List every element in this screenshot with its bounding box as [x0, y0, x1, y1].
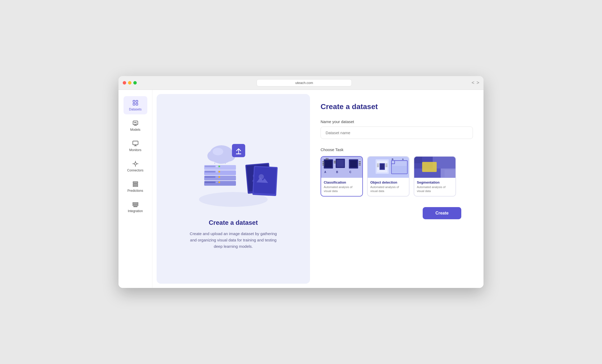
svg-text:C: C — [349, 171, 351, 174]
svg-rect-59 — [350, 160, 357, 167]
classification-desc: Automated analysis of visual data — [324, 185, 360, 193]
name-label: Name your dataset — [321, 119, 473, 124]
object-detection-card-info: Object detection Automated analysis of v… — [368, 178, 409, 196]
svg-rect-23 — [205, 171, 215, 172]
back-button[interactable]: < — [472, 80, 475, 86]
svg-rect-75 — [385, 165, 387, 166]
sidebar-item-models[interactable]: Models — [124, 116, 147, 135]
svg-rect-72 — [377, 165, 379, 166]
svg-rect-57 — [334, 162, 336, 163]
left-panel: Create a dataset Create and upload an im… — [157, 94, 310, 284]
traffic-lights — [123, 81, 137, 85]
svg-rect-88 — [414, 157, 422, 163]
sidebar-item-integration[interactable]: Integration — [124, 198, 147, 216]
sidebar-item-predictions[interactable]: Predictions — [124, 178, 147, 196]
forward-button[interactable]: > — [476, 80, 479, 86]
svg-rect-49 — [322, 161, 325, 162]
svg-rect-52 — [326, 158, 327, 160]
svg-rect-17 — [218, 181, 220, 183]
svg-rect-7 — [133, 182, 138, 183]
svg-rect-12 — [134, 206, 137, 207]
svg-rect-21 — [218, 176, 220, 178]
panel-title: Create a dataset — [209, 219, 258, 226]
maximize-button[interactable] — [133, 81, 137, 85]
integration-label: Integration — [128, 209, 143, 213]
svg-rect-3 — [136, 103, 138, 105]
connectors-label: Connectors — [127, 169, 143, 172]
svg-rect-62 — [359, 165, 361, 165]
svg-rect-0 — [133, 100, 135, 102]
models-label: Models — [130, 128, 140, 132]
svg-rect-70 — [380, 164, 384, 169]
svg-rect-16 — [216, 181, 218, 183]
datasets-label: Datasets — [129, 108, 142, 111]
svg-rect-87 — [422, 162, 437, 172]
svg-rect-2 — [133, 103, 135, 105]
dataset-name-input[interactable] — [321, 127, 473, 139]
right-panel: Create a dataset Name your dataset Choos… — [310, 90, 484, 288]
sidebar-item-connectors[interactable]: Connectors — [124, 157, 147, 175]
svg-text:A: A — [402, 158, 404, 161]
illustration — [183, 128, 284, 213]
panel-description: Create and upload an image dataset by ga… — [188, 231, 278, 250]
svg-point-6 — [134, 163, 136, 165]
svg-text:B: B — [392, 158, 394, 161]
svg-rect-25 — [218, 171, 220, 172]
svg-rect-19 — [205, 176, 215, 178]
monitors-label: Monitors — [129, 148, 141, 152]
svg-rect-39 — [236, 153, 241, 154]
connectors-icon — [132, 160, 139, 167]
models-icon — [132, 120, 139, 127]
titlebar: uteach.com < > — [118, 76, 484, 90]
segmentation-name: Segmentation — [417, 180, 453, 184]
main-content: Create a dataset Create and upload an im… — [152, 90, 484, 288]
task-cards: A B C Classification Automated analysis … — [321, 156, 473, 197]
svg-rect-24 — [216, 171, 218, 172]
svg-text:A: A — [324, 171, 326, 174]
close-button[interactable] — [123, 81, 126, 85]
svg-rect-15 — [205, 181, 215, 183]
svg-text:B: B — [336, 171, 338, 174]
predictions-label: Predictions — [127, 189, 143, 193]
object-detection-thumbnail: B A — [368, 157, 409, 178]
svg-rect-8 — [133, 184, 138, 185]
svg-rect-89 — [445, 170, 455, 177]
segmentation-thumbnail — [414, 157, 455, 178]
svg-rect-60 — [359, 161, 361, 162]
segmentation-desc: Automated analysis of visual data — [417, 185, 453, 193]
svg-rect-53 — [327, 158, 328, 160]
svg-rect-48 — [325, 160, 332, 167]
object-detection-desc: Automated analysis of visual data — [370, 185, 406, 193]
minimize-button[interactable] — [128, 81, 131, 85]
svg-rect-51 — [322, 165, 325, 165]
svg-rect-79 — [391, 166, 407, 174]
classification-name: Classification — [324, 180, 360, 184]
monitors-icon — [132, 140, 139, 147]
app-body: Datasets Models — [118, 90, 484, 288]
datasets-icon — [132, 99, 139, 106]
svg-rect-20 — [216, 176, 218, 178]
form-title: Create a dataset — [321, 102, 473, 111]
svg-rect-1 — [136, 100, 138, 102]
svg-rect-36 — [211, 155, 232, 160]
svg-point-37 — [213, 148, 223, 155]
nav-arrows: < > — [472, 80, 479, 86]
task-card-segmentation[interactable]: Segmentation Automated analysis of visua… — [414, 156, 456, 197]
svg-rect-50 — [322, 163, 325, 164]
sidebar-item-datasets[interactable]: Datasets — [124, 96, 147, 114]
choose-task-label: Choose Task — [321, 147, 473, 152]
sidebar: Datasets Models — [118, 90, 152, 288]
object-detection-name: Object detection — [370, 180, 406, 184]
svg-rect-29 — [218, 166, 220, 167]
browser-window: uteach.com < > Datasets — [118, 76, 484, 288]
segmentation-card-info: Segmentation Automated analysis of visua… — [414, 178, 455, 196]
svg-rect-76 — [385, 166, 387, 167]
address-bar: uteach.com — [140, 79, 468, 86]
svg-rect-10 — [133, 203, 138, 204]
task-card-classification[interactable]: A B C Classification Automated analysis … — [321, 156, 363, 197]
create-button[interactable]: Create — [423, 207, 461, 219]
svg-rect-73 — [377, 166, 379, 167]
task-card-object-detection[interactable]: B A Object detection Automated analysis … — [367, 156, 409, 197]
sidebar-item-monitors[interactable]: Monitors — [124, 137, 147, 155]
predictions-icon — [132, 181, 139, 188]
